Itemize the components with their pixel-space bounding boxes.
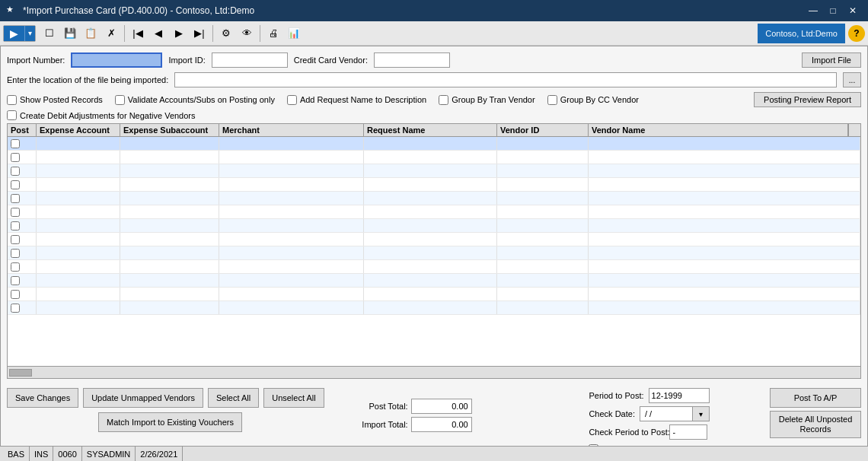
row-checkbox[interactable]	[11, 167, 20, 176]
posting-preview-button[interactable]: Posting Preview Report	[754, 92, 861, 107]
view-button[interactable]: 👁	[237, 24, 257, 43]
cell-post[interactable]	[8, 151, 37, 164]
excel-button[interactable]: 📊	[284, 24, 304, 43]
group-by-cc-checkbox-item[interactable]: Group By CC Vendor	[547, 95, 639, 105]
import-total-input[interactable]	[411, 417, 472, 432]
date-picker-button[interactable]: ▾	[693, 406, 710, 421]
check-period-input[interactable]	[669, 424, 707, 440]
row-checkbox[interactable]	[11, 235, 20, 244]
cell-post[interactable]	[8, 192, 37, 205]
row-checkbox[interactable]	[11, 180, 20, 189]
post-total-input[interactable]	[411, 399, 472, 414]
cell-post[interactable]	[8, 301, 37, 314]
table-row[interactable]	[8, 260, 860, 274]
check-date-input[interactable]	[640, 406, 693, 421]
run-icon[interactable]: ▶	[4, 26, 24, 41]
table-row[interactable]	[8, 192, 860, 205]
table-row[interactable]	[8, 301, 860, 315]
company-button[interactable]: Contoso, Ltd:Demo	[758, 24, 845, 43]
cell-expense	[37, 205, 120, 218]
show-posted-checkbox-item[interactable]: Show Posted Records	[7, 95, 103, 105]
horizontal-scrollbar[interactable]	[8, 366, 860, 378]
saveas-button[interactable]: 📋	[81, 24, 101, 43]
run-dropdown-arrow[interactable]: ▾	[24, 26, 35, 41]
file-location-input[interactable]	[174, 72, 837, 87]
create-debit-checkbox[interactable]	[7, 110, 17, 120]
save-changes-button[interactable]: Save Changes	[7, 388, 78, 408]
post-total-label: Post Total:	[347, 402, 408, 411]
action-row-2: Match Import to Existing Vouchers	[7, 412, 324, 432]
table-row[interactable]	[8, 151, 860, 164]
create-debit-checkbox-item[interactable]: Create Debit Adjustments for Negative Ve…	[7, 110, 196, 120]
row-checkbox[interactable]	[11, 153, 20, 162]
prev-button[interactable]: ◀	[148, 24, 168, 43]
row-checkbox[interactable]	[11, 276, 20, 285]
table-row[interactable]	[8, 288, 860, 301]
validate-accounts-checkbox[interactable]	[115, 95, 125, 105]
period-input[interactable]	[649, 388, 710, 403]
group-by-cc-checkbox[interactable]	[547, 95, 557, 105]
cell-post[interactable]	[8, 164, 37, 177]
show-posted-checkbox[interactable]	[7, 95, 17, 105]
row-checkbox[interactable]	[11, 139, 20, 148]
cell-request	[364, 233, 497, 246]
run-button-group[interactable]: ▶ ▾	[3, 25, 36, 42]
import-number-input[interactable]	[71, 52, 162, 68]
maximize-button[interactable]: □	[824, 3, 842, 18]
table-row[interactable]	[8, 246, 860, 260]
match-import-button[interactable]: Match Import to Existing Vouchers	[98, 412, 242, 432]
help-button[interactable]: ?	[848, 25, 865, 42]
print-button[interactable]: 🖨	[263, 24, 283, 43]
new-button[interactable]: ☐	[40, 24, 59, 43]
credit-card-vendor-input[interactable]	[374, 52, 450, 68]
table-row[interactable]	[8, 178, 860, 192]
row-checkbox[interactable]	[11, 221, 20, 230]
cell-post[interactable]	[8, 219, 37, 232]
add-request-name-checkbox[interactable]	[287, 95, 297, 105]
cell-post[interactable]	[8, 233, 37, 246]
grid-body[interactable]	[8, 137, 860, 366]
post-to-ap-button[interactable]: Post To A/P	[770, 388, 861, 408]
browse-button[interactable]: ...	[843, 72, 861, 87]
cell-post[interactable]	[8, 205, 37, 218]
unselect-all-button[interactable]: Unselect All	[263, 388, 324, 408]
group-by-tran-checkbox[interactable]	[439, 95, 448, 105]
select-all-button[interactable]: Select All	[208, 388, 259, 408]
cell-post[interactable]	[8, 178, 37, 191]
row-checkbox[interactable]	[11, 262, 20, 272]
last-button[interactable]: ▶|	[190, 24, 209, 43]
cell-post[interactable]	[8, 260, 37, 273]
row-checkbox[interactable]	[11, 304, 20, 313]
tools-button[interactable]: ⚙	[216, 24, 236, 43]
minimize-button[interactable]: —	[804, 3, 822, 18]
row-checkbox[interactable]	[11, 194, 20, 203]
import-id-input[interactable]	[212, 52, 288, 68]
table-row[interactable]	[8, 219, 860, 233]
cell-post[interactable]	[8, 288, 37, 300]
cell-subaccount	[120, 151, 219, 164]
row-checkbox[interactable]	[11, 249, 20, 258]
row-checkbox[interactable]	[11, 208, 20, 217]
row-checkbox[interactable]	[11, 290, 20, 299]
cell-post[interactable]	[8, 137, 37, 150]
group-by-tran-checkbox-item[interactable]: Group By Tran Vendor	[439, 95, 535, 105]
right-inner: Period to Post: Check Date: ▾ Check Peri…	[589, 388, 861, 454]
table-row[interactable]	[8, 274, 860, 288]
import-file-button[interactable]: Import File	[802, 52, 861, 68]
table-row[interactable]	[8, 164, 860, 178]
next-button[interactable]: ▶	[169, 24, 189, 43]
table-row[interactable]	[8, 233, 860, 246]
validate-accounts-checkbox-item[interactable]: Validate Accounts/Subs on Posting only	[115, 95, 275, 105]
add-request-name-checkbox-item[interactable]: Add Request Name to Description	[287, 95, 426, 105]
save-button[interactable]: 💾	[60, 24, 80, 43]
delete-button[interactable]: ✗	[101, 24, 121, 43]
update-unmapped-button[interactable]: Update Unmapped Vendors	[83, 388, 203, 408]
first-button[interactable]: |◀	[128, 24, 148, 43]
table-row[interactable]	[8, 205, 860, 219]
table-row[interactable]	[8, 137, 860, 151]
hscroll-thumb[interactable]	[9, 369, 32, 377]
close-button[interactable]: ✕	[844, 3, 862, 18]
delete-unposted-button[interactable]: Delete All UnpostedRecords	[770, 411, 861, 438]
cell-post[interactable]	[8, 246, 37, 259]
cell-post[interactable]	[8, 274, 37, 287]
